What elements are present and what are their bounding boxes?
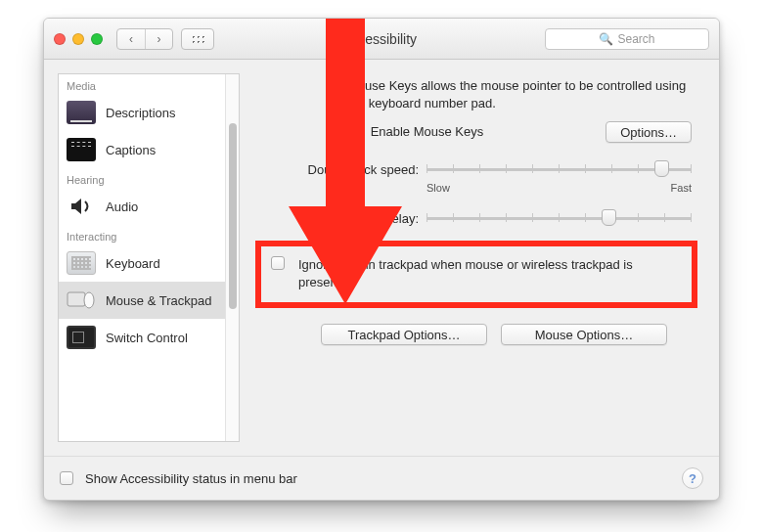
mouse-options-button[interactable]: Mouse Options… bbox=[501, 324, 667, 345]
keyboard-icon bbox=[67, 251, 96, 275]
show-status-checkbox[interactable]: Show Accessibility status in menu bar bbox=[60, 471, 297, 486]
sidebar-item-label: Descriptions bbox=[106, 106, 176, 120]
checkbox-icon[interactable] bbox=[60, 471, 73, 485]
svg-point-1 bbox=[84, 292, 94, 308]
double-click-speed-slider[interactable] bbox=[426, 158, 692, 180]
checkbox-icon[interactable] bbox=[347, 126, 361, 140]
close-icon[interactable] bbox=[54, 33, 66, 45]
settings-panel: Mouse Keys allows the mouse pointer to b… bbox=[247, 60, 719, 456]
window-title: Accessibility bbox=[222, 31, 537, 47]
sidebar-group-media: Media bbox=[59, 74, 225, 94]
nav-back-forward: ‹ › bbox=[116, 28, 173, 50]
zoom-icon[interactable] bbox=[91, 33, 103, 45]
scrollbar[interactable] bbox=[225, 74, 239, 441]
checkbox-icon[interactable] bbox=[271, 256, 285, 270]
double-click-speed-label: Double-click speed: bbox=[277, 162, 419, 177]
highlighted-option: Ignore built-in trackpad when mouse or w… bbox=[255, 241, 697, 308]
sidebar-item-label: Mouse & Trackpad bbox=[106, 293, 211, 308]
show-status-label: Show Accessibility status in menu bar bbox=[85, 471, 297, 486]
enable-mouse-keys[interactable]: Enable Mouse Keys bbox=[347, 124, 483, 140]
sidebar-item-switch-control[interactable]: Switch Control bbox=[59, 319, 225, 356]
sidebar-item-audio[interactable]: Audio bbox=[59, 188, 225, 225]
ignore-trackpad-checkbox[interactable]: Ignore built-in trackpad when mouse or w… bbox=[271, 256, 678, 290]
search-placeholder: Search bbox=[617, 32, 654, 46]
enable-label: Enable Mouse Keys bbox=[371, 124, 484, 139]
switch-control-icon bbox=[67, 326, 96, 349]
intro-text: Mouse Keys allows the mouse pointer to b… bbox=[347, 77, 692, 111]
minimize-icon[interactable] bbox=[72, 33, 84, 45]
sidebar-item-descriptions[interactable]: Descriptions bbox=[59, 94, 225, 131]
search-input[interactable]: 🔍 Search bbox=[545, 28, 709, 50]
fast-label: Fast bbox=[671, 182, 692, 194]
content: Media Descriptions Captions Hearing bbox=[44, 60, 719, 457]
sidebar-item-label: Keyboard bbox=[106, 256, 160, 271]
sidebar-item-label: Audio bbox=[106, 200, 138, 214]
spring-loading-delay-label: Spring-loading delay: bbox=[277, 211, 419, 226]
help-button[interactable]: ? bbox=[682, 467, 703, 489]
grid-icon bbox=[191, 34, 204, 44]
sidebar-item-keyboard[interactable]: Keyboard bbox=[59, 244, 225, 282]
audio-icon bbox=[67, 195, 96, 218]
spring-loading-delay-slider[interactable] bbox=[426, 207, 692, 229]
trackpad-options-button[interactable]: Trackpad Options… bbox=[321, 324, 487, 345]
search-icon: 🔍 bbox=[599, 32, 613, 46]
sidebar-group-hearing: Hearing bbox=[59, 168, 225, 188]
descriptions-icon bbox=[67, 101, 96, 124]
slow-label: Slow bbox=[426, 182, 450, 194]
show-all-button[interactable] bbox=[181, 28, 214, 50]
svg-rect-0 bbox=[67, 292, 85, 306]
sidebar-item-mouse-trackpad[interactable]: Mouse & Trackpad bbox=[59, 282, 225, 319]
footer: Show Accessibility status in menu bar ? bbox=[44, 457, 719, 500]
sidebar-item-label: Switch Control bbox=[106, 331, 188, 345]
sidebar-item-label: Captions bbox=[106, 143, 156, 157]
titlebar: ‹ › Accessibility 🔍 Search bbox=[44, 19, 719, 60]
back-button[interactable]: ‹ bbox=[117, 29, 145, 49]
mouse-trackpad-icon bbox=[67, 288, 96, 312]
scrollbar-thumb[interactable] bbox=[229, 123, 237, 309]
forward-button[interactable]: › bbox=[145, 29, 172, 49]
sidebar-group-interacting: Interacting bbox=[59, 225, 225, 244]
sidebar-item-captions[interactable]: Captions bbox=[59, 131, 225, 168]
sidebar: Media Descriptions Captions Hearing bbox=[44, 60, 247, 456]
window-controls bbox=[54, 33, 103, 45]
mouse-keys-options-button[interactable]: Options… bbox=[606, 121, 692, 143]
captions-icon bbox=[67, 138, 96, 161]
preferences-window: ‹ › Accessibility 🔍 Search Media Descrip… bbox=[43, 18, 720, 501]
ignore-trackpad-label: Ignore built-in trackpad when mouse or w… bbox=[298, 256, 678, 290]
